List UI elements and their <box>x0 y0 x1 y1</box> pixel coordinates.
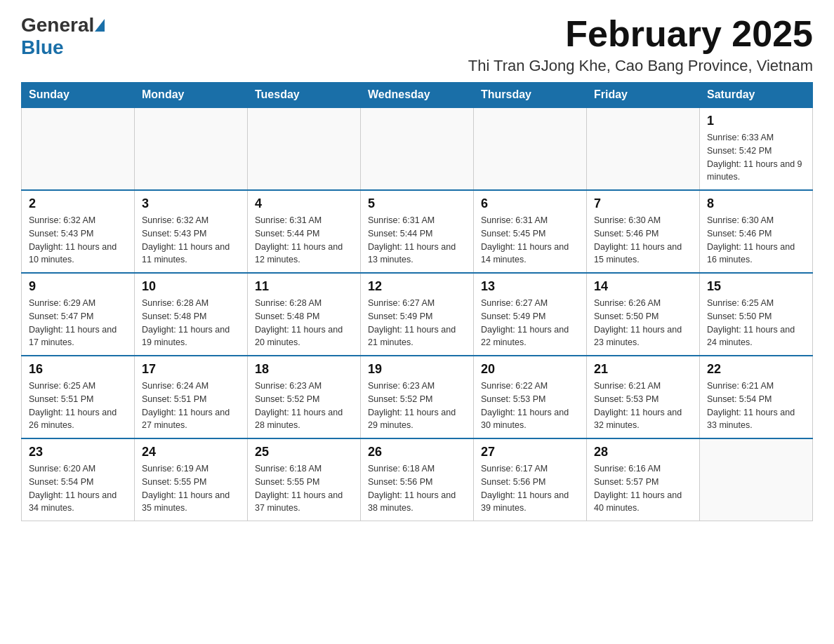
day-info: Sunrise: 6:22 AMSunset: 5:53 PMDaylight:… <box>481 380 579 432</box>
day-number: 23 <box>29 445 127 459</box>
calendar-cell: 9Sunrise: 6:29 AMSunset: 5:47 PMDaylight… <box>22 273 135 356</box>
calendar-cell: 23Sunrise: 6:20 AMSunset: 5:54 PMDayligh… <box>22 438 135 521</box>
day-info: Sunrise: 6:23 AMSunset: 5:52 PMDaylight:… <box>255 380 353 432</box>
day-info: Sunrise: 6:18 AMSunset: 5:56 PMDaylight:… <box>368 462 466 515</box>
day-info: Sunrise: 6:18 AMSunset: 5:55 PMDaylight:… <box>255 462 353 515</box>
calendar-cell: 10Sunrise: 6:28 AMSunset: 5:48 PMDayligh… <box>135 273 248 356</box>
day-number: 11 <box>255 279 353 294</box>
day-info: Sunrise: 6:27 AMSunset: 5:49 PMDaylight:… <box>368 297 466 349</box>
calendar-cell: 8Sunrise: 6:30 AMSunset: 5:46 PMDaylight… <box>700 190 813 273</box>
day-number: 8 <box>707 196 805 211</box>
weekday-header-tuesday: Tuesday <box>248 83 361 108</box>
logo-general-text: General <box>21 14 94 36</box>
calendar-cell: 26Sunrise: 6:18 AMSunset: 5:56 PMDayligh… <box>361 438 474 521</box>
week-row-5: 23Sunrise: 6:20 AMSunset: 5:54 PMDayligh… <box>22 438 813 521</box>
day-number: 13 <box>481 279 579 294</box>
day-info: Sunrise: 6:33 AMSunset: 5:42 PMDaylight:… <box>707 131 805 184</box>
day-info: Sunrise: 6:26 AMSunset: 5:50 PMDaylight:… <box>594 297 692 349</box>
day-number: 28 <box>594 445 692 459</box>
day-info: Sunrise: 6:30 AMSunset: 5:46 PMDaylight:… <box>707 214 805 267</box>
calendar-cell <box>587 107 700 190</box>
day-info: Sunrise: 6:25 AMSunset: 5:51 PMDaylight:… <box>29 380 127 432</box>
day-info: Sunrise: 6:23 AMSunset: 5:52 PMDaylight:… <box>368 380 466 432</box>
day-info: Sunrise: 6:29 AMSunset: 5:47 PMDaylight:… <box>29 297 127 349</box>
weekday-header-row: SundayMondayTuesdayWednesdayThursdayFrid… <box>22 83 813 108</box>
weekday-header-wednesday: Wednesday <box>361 83 474 108</box>
calendar-cell: 2Sunrise: 6:32 AMSunset: 5:43 PMDaylight… <box>22 190 135 273</box>
day-info: Sunrise: 6:31 AMSunset: 5:44 PMDaylight:… <box>368 214 466 267</box>
calendar-cell: 27Sunrise: 6:17 AMSunset: 5:56 PMDayligh… <box>474 438 587 521</box>
logo: General Blue <box>21 14 105 59</box>
day-number: 21 <box>594 362 692 377</box>
day-info: Sunrise: 6:17 AMSunset: 5:56 PMDaylight:… <box>481 462 579 515</box>
calendar-cell: 15Sunrise: 6:25 AMSunset: 5:50 PMDayligh… <box>700 273 813 356</box>
calendar-cell: 17Sunrise: 6:24 AMSunset: 5:51 PMDayligh… <box>135 356 248 438</box>
calendar-cell: 28Sunrise: 6:16 AMSunset: 5:57 PMDayligh… <box>587 438 700 521</box>
calendar-cell: 3Sunrise: 6:32 AMSunset: 5:43 PMDaylight… <box>135 190 248 273</box>
day-info: Sunrise: 6:24 AMSunset: 5:51 PMDaylight:… <box>142 380 240 432</box>
day-info: Sunrise: 6:28 AMSunset: 5:48 PMDaylight:… <box>255 297 353 349</box>
logo-triangle-icon <box>95 19 105 32</box>
calendar-cell: 6Sunrise: 6:31 AMSunset: 5:45 PMDaylight… <box>474 190 587 273</box>
weekday-header-saturday: Saturday <box>700 83 813 108</box>
calendar-cell: 12Sunrise: 6:27 AMSunset: 5:49 PMDayligh… <box>361 273 474 356</box>
day-number: 4 <box>255 196 353 211</box>
day-info: Sunrise: 6:25 AMSunset: 5:50 PMDaylight:… <box>707 297 805 349</box>
day-number: 22 <box>707 362 805 377</box>
day-number: 9 <box>29 279 127 294</box>
day-number: 2 <box>29 196 127 211</box>
calendar-cell: 5Sunrise: 6:31 AMSunset: 5:44 PMDaylight… <box>361 190 474 273</box>
calendar-cell: 7Sunrise: 6:30 AMSunset: 5:46 PMDaylight… <box>587 190 700 273</box>
day-number: 16 <box>29 362 127 377</box>
calendar-cell: 25Sunrise: 6:18 AMSunset: 5:55 PMDayligh… <box>248 438 361 521</box>
day-number: 25 <box>255 445 353 459</box>
day-number: 15 <box>707 279 805 294</box>
calendar-cell: 16Sunrise: 6:25 AMSunset: 5:51 PMDayligh… <box>22 356 135 438</box>
day-info: Sunrise: 6:32 AMSunset: 5:43 PMDaylight:… <box>29 214 127 267</box>
weekday-header-thursday: Thursday <box>474 83 587 108</box>
calendar-cell <box>248 107 361 190</box>
week-row-1: 1Sunrise: 6:33 AMSunset: 5:42 PMDaylight… <box>22 107 813 190</box>
day-number: 24 <box>142 445 240 459</box>
calendar-cell: 20Sunrise: 6:22 AMSunset: 5:53 PMDayligh… <box>474 356 587 438</box>
week-row-3: 9Sunrise: 6:29 AMSunset: 5:47 PMDaylight… <box>22 273 813 356</box>
calendar-cell: 21Sunrise: 6:21 AMSunset: 5:53 PMDayligh… <box>587 356 700 438</box>
day-number: 27 <box>481 445 579 459</box>
day-number: 19 <box>368 362 466 377</box>
day-number: 1 <box>707 114 805 128</box>
weekday-header-monday: Monday <box>135 83 248 108</box>
calendar-cell: 19Sunrise: 6:23 AMSunset: 5:52 PMDayligh… <box>361 356 474 438</box>
calendar-cell: 1Sunrise: 6:33 AMSunset: 5:42 PMDaylight… <box>700 107 813 190</box>
day-info: Sunrise: 6:31 AMSunset: 5:45 PMDaylight:… <box>481 214 579 267</box>
calendar-cell: 4Sunrise: 6:31 AMSunset: 5:44 PMDaylight… <box>248 190 361 273</box>
day-info: Sunrise: 6:27 AMSunset: 5:49 PMDaylight:… <box>481 297 579 349</box>
day-info: Sunrise: 6:19 AMSunset: 5:55 PMDaylight:… <box>142 462 240 515</box>
calendar-cell <box>135 107 248 190</box>
header: General Blue February 2025 Thi Tran GJon… <box>21 14 813 75</box>
week-row-4: 16Sunrise: 6:25 AMSunset: 5:51 PMDayligh… <box>22 356 813 438</box>
day-number: 10 <box>142 279 240 294</box>
calendar-cell <box>474 107 587 190</box>
calendar-cell: 18Sunrise: 6:23 AMSunset: 5:52 PMDayligh… <box>248 356 361 438</box>
day-info: Sunrise: 6:16 AMSunset: 5:57 PMDaylight:… <box>594 462 692 515</box>
subtitle: Thi Tran GJong Khe, Cao Bang Province, V… <box>468 57 813 75</box>
day-info: Sunrise: 6:31 AMSunset: 5:44 PMDaylight:… <box>255 214 353 267</box>
calendar-cell: 24Sunrise: 6:19 AMSunset: 5:55 PMDayligh… <box>135 438 248 521</box>
calendar-title: February 2025 <box>468 14 813 54</box>
day-number: 7 <box>594 196 692 211</box>
weekday-header-friday: Friday <box>587 83 700 108</box>
day-number: 5 <box>368 196 466 211</box>
calendar-cell: 11Sunrise: 6:28 AMSunset: 5:48 PMDayligh… <box>248 273 361 356</box>
calendar-cell <box>700 438 813 521</box>
calendar-cell: 14Sunrise: 6:26 AMSunset: 5:50 PMDayligh… <box>587 273 700 356</box>
day-number: 18 <box>255 362 353 377</box>
day-info: Sunrise: 6:32 AMSunset: 5:43 PMDaylight:… <box>142 214 240 267</box>
day-info: Sunrise: 6:30 AMSunset: 5:46 PMDaylight:… <box>594 214 692 267</box>
day-info: Sunrise: 6:20 AMSunset: 5:54 PMDaylight:… <box>29 462 127 515</box>
calendar-cell: 13Sunrise: 6:27 AMSunset: 5:49 PMDayligh… <box>474 273 587 356</box>
day-info: Sunrise: 6:21 AMSunset: 5:53 PMDaylight:… <box>594 380 692 432</box>
day-number: 12 <box>368 279 466 294</box>
day-number: 14 <box>594 279 692 294</box>
day-number: 20 <box>481 362 579 377</box>
day-info: Sunrise: 6:21 AMSunset: 5:54 PMDaylight:… <box>707 380 805 432</box>
